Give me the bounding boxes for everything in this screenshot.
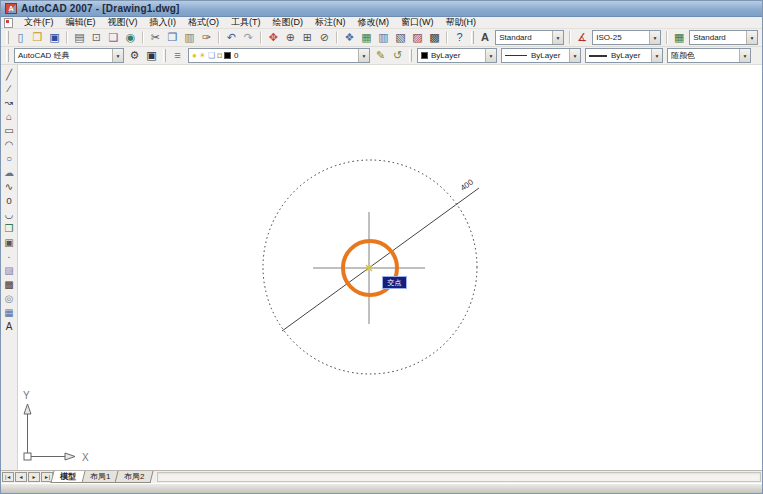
toolbar-grip[interactable] xyxy=(409,49,412,62)
gradient-tool-icon[interactable]: ▩ xyxy=(2,278,17,292)
plot-icon[interactable]: ▤ xyxy=(71,30,88,46)
zoom-realtime-icon[interactable]: ⊕ xyxy=(282,30,299,46)
tab-nav-button[interactable]: |◄ xyxy=(2,472,14,482)
dim-style-icon[interactable]: ∡ xyxy=(574,30,590,46)
menu-item[interactable]: 文件(F) xyxy=(18,16,60,29)
chevron-down-icon[interactable]: ▼ xyxy=(739,49,750,62)
menu-item[interactable]: 标注(N) xyxy=(309,16,352,29)
ellipse-tool-icon[interactable]: ᴏ xyxy=(2,194,17,208)
region-tool-icon[interactable]: ◎ xyxy=(2,292,17,306)
separator[interactable] xyxy=(446,31,448,44)
construction-line-tool-icon[interactable]: ∕ xyxy=(2,82,17,96)
designcenter-icon[interactable]: ▦ xyxy=(358,30,375,46)
dimension-text[interactable]: 400 xyxy=(459,177,476,192)
horizontal-scrollbar[interactable] xyxy=(157,472,761,482)
chevron-down-icon[interactable]: ▼ xyxy=(569,49,580,62)
menu-item[interactable]: 绘图(D) xyxy=(267,16,310,29)
quickcalc-icon[interactable]: ▩ xyxy=(426,30,443,46)
revision-cloud-tool-icon[interactable]: ☁ xyxy=(2,166,17,180)
pan-icon[interactable]: ✥ xyxy=(265,30,282,46)
point-tool-icon[interactable]: ∙ xyxy=(2,250,17,264)
match-properties-icon[interactable]: ✑ xyxy=(198,30,215,46)
spline-tool-icon[interactable]: ∿ xyxy=(2,180,17,194)
menu-item[interactable]: 帮助(H) xyxy=(440,16,483,29)
markup-set-manager-icon[interactable]: ▨ xyxy=(409,30,426,46)
new-icon[interactable]: ▯ xyxy=(12,30,29,46)
polygon-tool-icon[interactable]: ⌂ xyxy=(2,110,17,124)
toolbar-grip[interactable] xyxy=(163,49,166,62)
mtext-tool-icon[interactable]: A xyxy=(2,320,17,334)
rectangle-tool-icon[interactable]: ▭ xyxy=(2,124,17,138)
line-tool-icon[interactable]: ╱ xyxy=(2,68,17,82)
menu-item[interactable]: 工具(T) xyxy=(225,16,267,29)
layer-combo[interactable]: ● ☀ ❏ ◘ 0 ▼ xyxy=(188,48,370,63)
tool-palettes-icon[interactable]: ▥ xyxy=(375,30,392,46)
chevron-down-icon[interactable]: ▼ xyxy=(552,31,563,44)
chevron-down-icon[interactable]: ▼ xyxy=(358,49,369,62)
table-tool-icon[interactable]: ▦ xyxy=(2,306,17,320)
diagonal-line-entity[interactable] xyxy=(282,188,479,331)
menu-item[interactable]: 格式(O) xyxy=(182,16,225,29)
menu-item[interactable]: 修改(M) xyxy=(352,16,396,29)
layout-tab[interactable]: 模型 xyxy=(51,471,86,483)
dim-style-combo[interactable]: ISO-25 ▼ xyxy=(592,30,661,45)
help-icon[interactable]: ? xyxy=(451,30,468,46)
undo-icon[interactable]: ↶ xyxy=(223,30,240,46)
separator[interactable] xyxy=(336,31,338,44)
zoom-window-icon[interactable]: ⊞ xyxy=(299,30,316,46)
paste-icon[interactable]: ▥ xyxy=(181,30,198,46)
tab-nav-button[interactable]: ► xyxy=(28,472,40,482)
layout-tab[interactable]: 布局2 xyxy=(115,471,154,483)
separator[interactable] xyxy=(142,31,144,44)
publish-web-icon[interactable]: ◉ xyxy=(122,30,139,46)
chevron-down-icon[interactable]: ▼ xyxy=(649,31,660,44)
lineweight-combo[interactable]: ByLayer ▼ xyxy=(585,48,663,63)
workspace-combo[interactable]: AutoCAD 经典 ▼ xyxy=(14,48,124,63)
linetype-combo[interactable]: ByLayer ▼ xyxy=(501,48,581,63)
zoom-previous-icon[interactable]: ⊘ xyxy=(316,30,333,46)
separator[interactable] xyxy=(66,31,68,44)
hatch-tool-icon[interactable]: ▨ xyxy=(2,264,17,278)
sheet-set-manager-icon[interactable]: ▧ xyxy=(392,30,409,46)
drawing-window-icon[interactable] xyxy=(4,18,13,28)
polyline-tool-icon[interactable]: ↝ xyxy=(2,96,17,110)
toolbar-grip[interactable] xyxy=(471,31,474,44)
toolbar-grip[interactable] xyxy=(6,31,9,44)
properties-icon[interactable]: ❖ xyxy=(341,30,358,46)
toolbar-grip[interactable] xyxy=(6,49,9,62)
make-block-tool-icon[interactable]: ▣ xyxy=(2,236,17,250)
chevron-down-icon[interactable]: ▼ xyxy=(746,31,757,44)
menu-item[interactable]: 编辑(E) xyxy=(60,16,102,29)
chevron-down-icon[interactable]: ▼ xyxy=(485,49,496,62)
copy-icon[interactable]: ❐ xyxy=(164,30,181,46)
cut-icon[interactable]: ✂ xyxy=(147,30,164,46)
text-style-combo[interactable]: Standard ▼ xyxy=(495,30,564,45)
layer-on-icon[interactable]: ● xyxy=(192,52,197,60)
insert-block-tool-icon[interactable]: ❐ xyxy=(2,222,17,236)
menu-item[interactable]: 窗口(W) xyxy=(395,16,440,29)
table-style-combo[interactable]: Standard ▼ xyxy=(689,30,758,45)
open-icon[interactable]: ❒ xyxy=(29,30,46,46)
layer-properties-manager-icon[interactable]: ≡ xyxy=(169,48,186,64)
chevron-down-icon[interactable]: ▼ xyxy=(112,49,123,62)
chevron-down-icon[interactable]: ▼ xyxy=(651,49,662,62)
separator[interactable] xyxy=(260,31,262,44)
plot-style-combo[interactable]: 随颜色 ▼ xyxy=(667,48,751,63)
color-combo[interactable]: ByLayer ▼ xyxy=(417,48,497,63)
save-icon[interactable]: ▣ xyxy=(46,30,63,46)
text-style-icon[interactable]: A xyxy=(477,30,493,46)
layer-freeze-icon[interactable]: ☀ xyxy=(199,52,206,60)
circle-tool-icon[interactable]: ○ xyxy=(2,152,17,166)
redo-icon[interactable]: ↷ xyxy=(240,30,257,46)
tab-nav-button[interactable]: ◄ xyxy=(15,472,27,482)
menu-item[interactable]: 插入(I) xyxy=(144,16,183,29)
layer-lock-icon[interactable]: ◘ xyxy=(217,52,222,60)
layer-vpfreeze-icon[interactable]: ❏ xyxy=(208,52,215,60)
workspace-settings-icon[interactable]: ⚙ xyxy=(126,48,143,64)
table-style-icon[interactable]: ▦ xyxy=(671,30,687,46)
menu-item[interactable]: 视图(V) xyxy=(102,16,144,29)
plot-preview-icon[interactable]: ⊡ xyxy=(88,30,105,46)
publish-icon[interactable]: ❑ xyxy=(105,30,122,46)
layer-previous-icon[interactable]: ↺ xyxy=(389,48,406,64)
make-object-layer-current-icon[interactable]: ✎ xyxy=(372,48,389,64)
